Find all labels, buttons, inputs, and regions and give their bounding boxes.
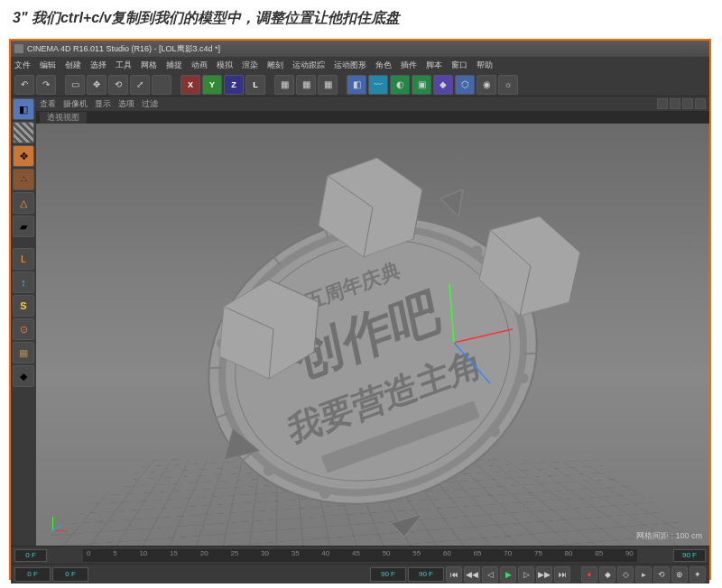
key-param-button[interactable]: ✦ (690, 566, 706, 583)
key-rot-button[interactable]: ⟲ (653, 566, 670, 583)
model-mode-button[interactable]: ◧ (13, 98, 34, 120)
vp-nav-button-4[interactable] (695, 98, 706, 109)
workplane-button[interactable]: ✥ (13, 145, 34, 167)
menu-create[interactable]: 创建 (65, 60, 81, 71)
menubar: 文件 编辑 创建 选择 工具 网格 捕捉 动画 模拟 渲染 雕刻 运动跟踪 运动… (11, 57, 709, 73)
tweak-button[interactable]: ↕ (13, 271, 34, 293)
axis-button[interactable]: L (13, 248, 34, 270)
timeline[interactable]: 051015202530354045505560657075808590 (11, 546, 709, 564)
light-button[interactable]: ☼ (498, 75, 518, 95)
record-button[interactable]: ● (581, 566, 597, 583)
render-settings-button[interactable]: ▦ (296, 75, 316, 95)
undo-button[interactable]: ↶ (14, 75, 34, 95)
move-tool-button[interactable]: ✥ (87, 75, 106, 95)
frame-max-input[interactable] (370, 567, 406, 582)
prev-key-button[interactable]: ◀◀ (464, 566, 480, 583)
x-axis-toggle[interactable]: X (180, 75, 200, 95)
app-icon (14, 44, 23, 53)
prev-frame-button[interactable]: ◁ (482, 566, 498, 583)
tutorial-page: 3" 我们ctrl+c/v复制到我们的模型中，调整位置让他扣住底盘 CINEMA… (0, 0, 722, 588)
frame-total-input[interactable] (408, 567, 444, 582)
redo-button[interactable]: ↷ (36, 75, 56, 95)
locked-workplane-button[interactable]: ◆ (13, 365, 34, 387)
menu-snap[interactable]: 捕捉 (166, 60, 182, 71)
vp-menu-view[interactable]: 查看 (40, 98, 56, 110)
menu-plugins[interactable]: 插件 (401, 60, 417, 71)
menu-select[interactable]: 选择 (90, 60, 106, 71)
axis-indicator (42, 508, 74, 540)
timeline-track[interactable]: 051015202530354045505560657075808590 (83, 549, 637, 562)
menu-mograph[interactable]: 运动图形 (334, 60, 366, 71)
menu-edit[interactable]: 编辑 (40, 60, 56, 71)
deformer-button[interactable]: ◆ (433, 75, 453, 95)
menu-simulate[interactable]: 模拟 (217, 60, 233, 71)
titlebar-text: CINEMA 4D R16.011 Studio (R16) - [LOL鹰影3… (27, 43, 706, 55)
viewport-menubar: 查看 摄像机 显示 选项 过滤 (36, 96, 709, 111)
next-frame-button[interactable]: ▷ (518, 566, 534, 583)
shard-1 (440, 189, 463, 216)
keyframe-sel-button[interactable]: ◇ (617, 566, 634, 583)
perspective-tab[interactable]: 透视视图 (40, 112, 87, 124)
rotate-tool-button[interactable]: ⟲ (108, 75, 128, 95)
key-scale-button[interactable]: ⊕ (671, 566, 688, 583)
menu-character[interactable]: 角色 (375, 60, 392, 71)
camera-button[interactable]: ◉ (477, 75, 496, 95)
select-tool-button[interactable]: ▭ (65, 75, 85, 95)
scale-tool-button[interactable]: ⤢ (130, 75, 150, 95)
soft-select-button[interactable]: S (13, 295, 34, 317)
vp-menu-filter[interactable]: 过滤 (142, 98, 158, 110)
environment-button[interactable]: ⬡ (455, 75, 475, 95)
vp-menu-camera[interactable]: 摄像机 (63, 98, 88, 110)
menu-help[interactable]: 帮助 (477, 60, 493, 71)
menu-script[interactable]: 脚本 (426, 60, 442, 71)
viewport-wrap: 查看 摄像机 显示 选项 过滤 透视视图 (36, 96, 709, 546)
perspective-viewport[interactable]: 五周年庆典 创作吧 我要营造主角 (36, 124, 709, 546)
points-mode-button[interactable]: ∴ (13, 169, 34, 190)
recent-tool-button[interactable] (152, 75, 171, 95)
workplane-snap-button[interactable]: ▦ (13, 342, 34, 363)
menu-animate[interactable]: 动画 (191, 60, 208, 71)
render-view-button[interactable]: ▦ (274, 75, 294, 95)
array-button[interactable]: ▣ (412, 75, 431, 95)
edge-mode-button[interactable]: △ (13, 192, 34, 214)
spline-button[interactable]: 〰 (368, 75, 388, 95)
goto-start-button[interactable]: ⏮ (446, 566, 462, 583)
menu-tools[interactable]: 工具 (116, 60, 132, 71)
menu-render[interactable]: 渲染 (242, 60, 258, 71)
menu-file[interactable]: 文件 (14, 60, 31, 71)
key-pos-button[interactable]: ▸ (635, 566, 652, 583)
instruction-text: 3" 我们ctrl+c/v复制到我们的模型中，调整位置让他扣住底盘 (9, 9, 713, 28)
vp-menu-display[interactable]: 显示 (95, 98, 111, 110)
menu-sculpt[interactable]: 雕刻 (267, 60, 283, 71)
nurbs-button[interactable]: ◐ (390, 75, 410, 95)
frame-current-input[interactable] (52, 567, 88, 582)
menu-motion-track[interactable]: 运动跟踪 (292, 60, 325, 71)
timeline-end-input[interactable] (673, 549, 706, 562)
goto-end-button[interactable]: ⏭ (554, 566, 570, 583)
next-key-button[interactable]: ▶▶ (536, 566, 552, 583)
content-area: ◧ ✥ ∴ △ ▰ L ↕ S ⊙ ▦ ◆ 查看 摄像机 显示 选项 (11, 96, 709, 546)
frame-min-input[interactable] (14, 567, 51, 582)
render-picture-button[interactable]: ▦ (318, 75, 338, 95)
y-axis-toggle[interactable]: Y (202, 75, 222, 95)
primitive-button[interactable]: ◧ (347, 75, 366, 95)
autokey-button[interactable]: ◆ (599, 566, 616, 583)
menu-window[interactable]: 窗口 (451, 60, 467, 71)
timeline-start-input[interactable] (14, 549, 47, 562)
shard-3 (391, 514, 422, 537)
snap-button[interactable]: ⊙ (13, 318, 34, 340)
mode-toolbar: ◧ ✥ ∴ △ ▰ L ↕ S ⊙ ▦ ◆ (11, 96, 36, 546)
menu-mesh[interactable]: 网格 (141, 60, 157, 71)
lock-axis-button[interactable]: L (245, 75, 265, 95)
vp-menu-options[interactable]: 选项 (118, 98, 134, 110)
z-axis-toggle[interactable]: Z (224, 75, 244, 95)
grid-spacing-info: 网格间距 : 100 cm (636, 530, 702, 542)
titlebar: CINEMA 4D R16.011 Studio (R16) - [LOL鹰影3… (11, 41, 709, 57)
vp-nav-button-3[interactable] (682, 98, 693, 109)
polygon-mode-button[interactable]: ▰ (13, 216, 34, 237)
vp-nav-button-2[interactable] (670, 98, 680, 109)
3d-model-badge: 五周年庆典 创作吧 我要营造主角 (156, 149, 589, 537)
vp-nav-button-1[interactable] (657, 98, 668, 109)
play-button[interactable]: ▶ (500, 566, 516, 583)
texture-mode-button[interactable] (13, 122, 34, 143)
